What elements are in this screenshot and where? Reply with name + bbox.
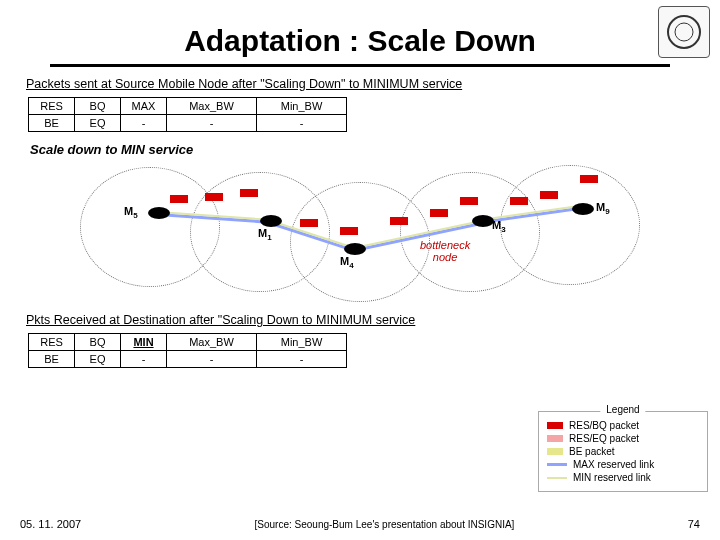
page-number: 74 xyxy=(688,518,700,530)
table-row: RES BQ MIN Max_BW Min_BW xyxy=(29,334,347,351)
table-row: BE EQ - - - xyxy=(29,115,347,132)
bottom-caption: Pkts Received at Destination after "Scal… xyxy=(26,313,720,327)
packet-icon xyxy=(510,197,528,205)
top-caption: Packets sent at Source Mobile Node after… xyxy=(26,77,720,91)
packet-icon xyxy=(547,422,563,429)
bottleneck-label: bottlenecknode xyxy=(420,239,470,263)
packet-icon xyxy=(390,217,408,225)
footer-source: [Source: Seoung-Bum Lee's presentation a… xyxy=(255,519,515,530)
packet-icon xyxy=(240,189,258,197)
legend-title: Legend xyxy=(600,404,645,415)
node-label-m4: M4 xyxy=(340,255,354,270)
diagram-caption: Scale down to MIN service xyxy=(30,142,720,157)
packet-icon xyxy=(205,193,223,201)
packet-icon xyxy=(547,435,563,442)
packet-icon xyxy=(300,219,318,227)
packet-icon xyxy=(547,448,563,455)
packet-icon xyxy=(170,195,188,203)
packet-icon xyxy=(540,191,558,199)
node-m3 xyxy=(472,215,494,227)
corner-logo xyxy=(658,6,710,58)
node-m1 xyxy=(260,215,282,227)
table-bottom: RES BQ MIN Max_BW Min_BW BE EQ - - - xyxy=(28,333,347,368)
svg-point-1 xyxy=(675,23,693,41)
node-label-m1: M1 xyxy=(258,227,272,242)
node-m4 xyxy=(344,243,366,255)
legend-item: BE packet xyxy=(547,446,699,457)
node-label-m3: M3 xyxy=(492,219,506,234)
table-row: BE EQ - - - xyxy=(29,351,347,368)
legend-item: RES/EQ packet xyxy=(547,433,699,444)
page-title: Adaptation : Scale Down xyxy=(50,24,669,67)
table-top: RES BQ MAX Max_BW Min_BW BE EQ - - - xyxy=(28,97,347,132)
packet-icon xyxy=(340,227,358,235)
legend: Legend RES/BQ packet RES/EQ packet BE pa… xyxy=(538,411,708,492)
svg-point-0 xyxy=(668,16,700,48)
network-diagram: M5 M1 M4 M3 M9 bottlenecknode xyxy=(40,157,680,307)
packet-icon xyxy=(580,175,598,183)
legend-item: MIN reserved link xyxy=(547,472,699,483)
link-icon xyxy=(547,477,567,479)
packet-icon xyxy=(430,209,448,217)
node-m9 xyxy=(572,203,594,215)
coverage-ellipse xyxy=(500,165,640,285)
packet-icon xyxy=(460,197,478,205)
legend-item: RES/BQ packet xyxy=(547,420,699,431)
footer: 05. 11. 2007 [Source: Seoung-Bum Lee's p… xyxy=(0,518,720,530)
table-row: RES BQ MAX Max_BW Min_BW xyxy=(29,98,347,115)
node-m5 xyxy=(148,207,170,219)
link-icon xyxy=(547,463,567,466)
legend-item: MAX reserved link xyxy=(547,459,699,470)
node-label-m5: M5 xyxy=(124,205,138,220)
node-label-m9: M9 xyxy=(596,201,610,216)
footer-date: 05. 11. 2007 xyxy=(20,518,81,530)
